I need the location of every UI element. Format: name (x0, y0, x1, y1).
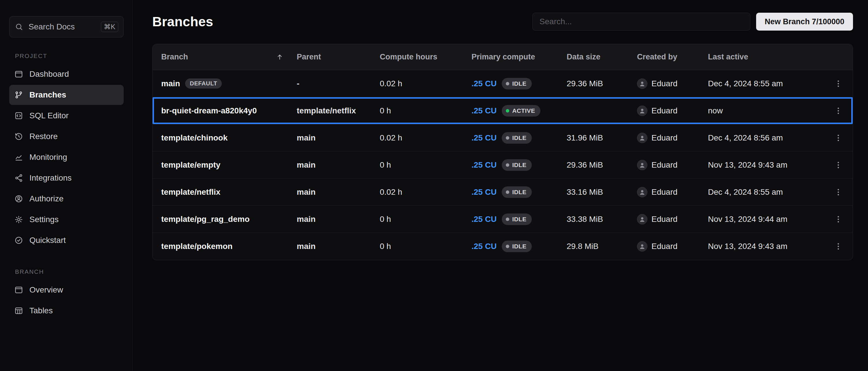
row-menu-kebab-icon[interactable] (832, 77, 845, 90)
avatar (637, 214, 647, 224)
sidebar-item-restore[interactable]: Restore (9, 126, 124, 147)
monitoring-icon (14, 153, 23, 161)
tables-icon (14, 306, 23, 315)
parent-cell: main (297, 160, 380, 169)
new-branch-button[interactable]: New Branch 7/100000 (756, 13, 853, 31)
table-header-row: Branch Parent Compute hours Primary comp… (153, 44, 853, 70)
table-row-template-pokemon[interactable]: template/pokemon main 0 h .25 CU IDLE 29… (153, 233, 853, 260)
status-dot-icon (506, 136, 509, 140)
created-by-name: Eduard (651, 160, 677, 169)
branch-name: br-quiet-dream-a820k4y0 (161, 106, 257, 115)
branch-name: template/empty (161, 160, 220, 169)
sidebar-item-label: Settings (29, 215, 59, 224)
branch-name: template/chinook (161, 133, 227, 143)
gear-icon (14, 215, 23, 224)
status-dot-icon (506, 245, 509, 248)
branch-cell: template/empty (161, 160, 297, 169)
branch-cell: template/pokemon (161, 242, 297, 251)
row-menu-kebab-icon[interactable] (832, 159, 845, 172)
row-menu-kebab-icon[interactable] (832, 186, 845, 198)
table-row-template-netflix[interactable]: template/netflix main 0.02 h .25 CU IDLE… (153, 179, 853, 206)
table-row-template-empty[interactable]: template/empty main 0 h .25 CU IDLE 29.3… (153, 151, 853, 179)
sidebar-item-monitoring[interactable]: Monitoring (9, 147, 124, 167)
parent-cell: main (297, 215, 380, 224)
sidebar-item-label: Branches (29, 90, 66, 99)
avatar (637, 241, 647, 252)
column-header-compute-hours[interactable]: Compute hours (380, 53, 471, 61)
sidebar-item-dashboard[interactable]: Dashboard (9, 64, 124, 84)
column-header-branch[interactable]: Branch (161, 53, 297, 61)
sort-ascending-icon (276, 53, 283, 61)
sidebar-item-label: Integrations (29, 174, 71, 183)
parent-cell: - (297, 79, 380, 88)
last-active-cell: Nov 13, 2024 9:43 am (708, 242, 832, 251)
column-header-parent[interactable]: Parent (297, 53, 380, 61)
header-actions: New Branch 7/100000 (532, 13, 853, 31)
created-by-name: Eduard (651, 133, 677, 143)
sql-editor-icon (14, 111, 23, 120)
check-circle-icon (14, 236, 23, 245)
created-by-cell: Eduard (637, 214, 708, 224)
compute-units: .25 CU (471, 242, 497, 251)
primary-compute-cell: .25 CU IDLE (471, 214, 567, 225)
branch-name: template/pokemon (161, 242, 232, 251)
branch-name: template/pg_rag_demo (161, 215, 250, 224)
primary-compute-cell: .25 CU IDLE (471, 159, 567, 171)
row-menu-kebab-icon[interactable] (832, 104, 845, 117)
row-menu-kebab-icon[interactable] (832, 213, 845, 226)
parent-cell: main (297, 133, 380, 143)
status-dot-icon (506, 82, 509, 85)
data-size-cell: 29.8 MiB (567, 242, 637, 251)
data-size-cell: 29.36 MiB (567, 160, 637, 169)
search-input[interactable] (532, 13, 750, 31)
created-by-cell: Eduard (637, 187, 708, 197)
dashboard-icon (14, 70, 23, 79)
branch-cell: template/pg_rag_demo (161, 215, 297, 224)
restore-icon (14, 132, 23, 141)
compute-hours-cell: 0 h (380, 242, 471, 251)
page-header: Branches New Branch 7/100000 (152, 13, 853, 31)
sidebar-item-integrations[interactable]: Integrations (9, 168, 124, 188)
column-header-created-by[interactable]: Created by (637, 53, 708, 61)
column-header-data-size[interactable]: Data size (567, 53, 637, 61)
sidebar-item-tables[interactable]: Tables (9, 301, 124, 321)
authorize-icon (14, 194, 23, 203)
primary-compute-cell: .25 CU IDLE (471, 241, 567, 252)
sidebar-item-quickstart[interactable]: Quickstart (9, 230, 124, 250)
table-row-template-pg-rag-demo[interactable]: template/pg_rag_demo main 0 h .25 CU IDL… (153, 206, 853, 233)
search-docs-button[interactable]: Search Docs ⌘K (9, 16, 124, 37)
table-row-br-quiet-dream-a820k4y0[interactable]: br-quiet-dream-a820k4y0 template/netflix… (153, 97, 853, 124)
created-by-name: Eduard (651, 242, 677, 251)
created-by-name: Eduard (651, 106, 677, 115)
sidebar-item-label: Overview (29, 285, 63, 295)
branches-table: Branch Parent Compute hours Primary comp… (152, 44, 853, 260)
column-header-last-active[interactable]: Last active (708, 53, 832, 61)
main-content: Branches New Branch 7/100000 Branch Pare… (133, 0, 868, 371)
sidebar-item-branches[interactable]: Branches (9, 85, 124, 105)
branch-name: template/netflix (161, 187, 220, 197)
branch-cell: br-quiet-dream-a820k4y0 (161, 106, 297, 115)
status-badge: IDLE (502, 78, 531, 89)
last-active-cell: Dec 4, 2024 8:56 am (708, 133, 832, 143)
integrations-icon (14, 174, 23, 182)
compute-units: .25 CU (471, 133, 497, 143)
compute-hours-cell: 0 h (380, 160, 471, 169)
sidebar-item-overview[interactable]: Overview (9, 280, 124, 300)
status-dot-icon (506, 190, 509, 194)
column-header-primary-compute[interactable]: Primary compute (471, 53, 567, 61)
created-by-name: Eduard (651, 79, 677, 88)
data-size-cell: 31.96 MiB (567, 133, 637, 143)
branches-icon (14, 91, 23, 99)
sidebar-item-label: Dashboard (29, 69, 69, 79)
row-menu-kebab-icon[interactable] (832, 131, 845, 144)
table-row-template-chinook[interactable]: template/chinook main 0.02 h .25 CU IDLE… (153, 124, 853, 151)
sidebar-item-sql-editor[interactable]: SQL Editor (9, 105, 124, 126)
data-size-cell: 33.38 MiB (567, 215, 637, 224)
status-badge: IDLE (502, 159, 531, 171)
sidebar-item-label: Tables (29, 306, 53, 315)
sidebar-item-settings[interactable]: Settings (9, 210, 124, 229)
status-badge: ACTIVE (502, 105, 540, 117)
sidebar-item-authorize[interactable]: Authorize (9, 189, 124, 209)
row-menu-kebab-icon[interactable] (832, 240, 845, 253)
table-row-main[interactable]: main DEFAULT - 0.02 h .25 CU IDLE 29.36 … (153, 70, 853, 97)
